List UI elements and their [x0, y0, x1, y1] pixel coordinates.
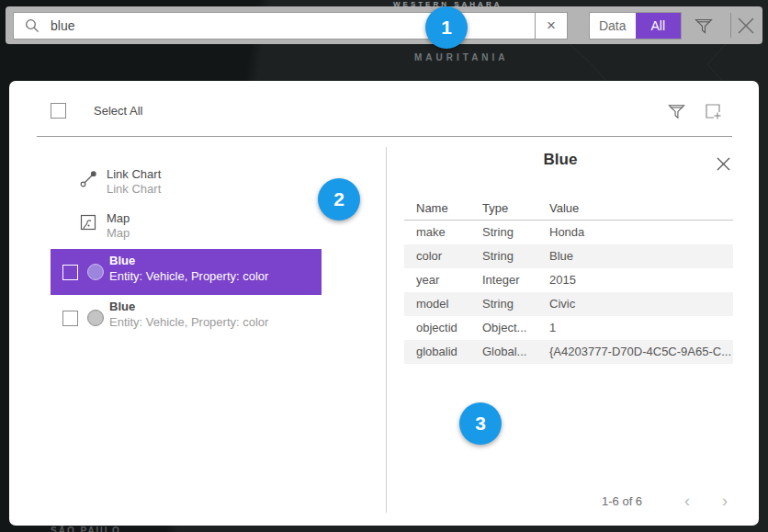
result-title: Blue [109, 300, 135, 313]
result-subtitle: Map [107, 226, 130, 240]
cell-value: 2015 [549, 268, 733, 292]
cell-type: String [482, 221, 549, 244]
close-search-button[interactable] [735, 16, 757, 36]
search-toolbar: × Data All [6, 6, 762, 44]
cell-value: Civic [549, 292, 733, 316]
pagination: 1-6 of 6 ‹ › [386, 492, 735, 511]
table-row: year Integer 2015 [404, 268, 733, 292]
search-icon [25, 18, 40, 33]
table-header-row: Name Type Value [404, 197, 733, 221]
result-checkbox[interactable] [62, 265, 78, 280]
table-row: model String Civic [404, 292, 733, 316]
column-header-type: Type [482, 197, 549, 220]
result-subtitle: Link Chart [107, 182, 161, 196]
panel-header-divider [37, 136, 732, 137]
entity-circle-icon [87, 310, 104, 326]
annotation-callout-2: 2 [318, 178, 360, 221]
annotation-callout-3: 3 [459, 402, 502, 445]
result-item-blue[interactable]: Blue Entity: Vehicle, Property: color [51, 295, 322, 341]
toggle-option-all[interactable]: All [636, 13, 682, 39]
pagination-prev-button[interactable]: ‹ [678, 492, 696, 511]
app-window: WESTERN SAHARA MAURITANIA São Paulo × Da… [0, 0, 768, 532]
cell-name: globalid [416, 340, 482, 364]
detail-table: Name Type Value make String Honda color … [404, 197, 733, 364]
table-row: globalid Global... {A4203777-D70D-4C5C-9… [404, 340, 733, 364]
close-icon [716, 156, 731, 172]
pagination-next-button[interactable]: › [716, 492, 734, 511]
select-all-label: Select All [94, 104, 142, 118]
map-label-sao-paulo: São Paulo [51, 526, 121, 532]
detail-close-button[interactable] [713, 153, 733, 174]
cell-name: year [416, 268, 482, 292]
cell-type: Object... [482, 316, 549, 340]
result-subtitle: Entity: Vehicle, Property: color [109, 315, 268, 329]
select-all-checkbox[interactable] [51, 103, 66, 119]
cell-value: Blue [549, 244, 733, 268]
table-row: objectid Object... 1 [404, 316, 733, 340]
panel-column-divider [386, 147, 387, 513]
filter-funnel-icon [668, 103, 685, 120]
clear-search-button[interactable]: × [536, 12, 568, 40]
column-header-name: Name [416, 197, 482, 220]
filter-button[interactable] [693, 16, 715, 36]
select-all-row: Select All [51, 103, 142, 119]
result-checkbox[interactable] [62, 311, 78, 326]
cell-name: make [416, 221, 482, 244]
table-row: make String Honda [404, 221, 733, 244]
toolbar-divider [730, 13, 731, 38]
add-to-selection-button[interactable] [702, 101, 724, 121]
result-item-blue-selected[interactable]: Blue Entity: Vehicle, Property: color [51, 249, 322, 295]
close-icon [736, 16, 756, 36]
search-results-panel: Select All Link [9, 81, 759, 526]
cell-name: model [416, 292, 482, 316]
table-row: color String Blue [404, 244, 733, 268]
detail-title: Blue [386, 151, 735, 169]
cell-value: Honda [549, 221, 733, 244]
annotation-callout-1: 1 [425, 6, 468, 49]
entity-circle-icon [87, 264, 104, 280]
link-chart-icon [80, 170, 97, 187]
cell-name: objectid [416, 316, 482, 340]
filter-funnel-icon [695, 17, 713, 35]
cell-name: color [416, 244, 482, 268]
results-filter-button[interactable] [665, 101, 687, 121]
cell-type: String [482, 244, 549, 268]
cell-type: Global... [482, 340, 549, 364]
scope-toggle: Data All [589, 12, 682, 40]
map-boundary-lines [0, 44, 768, 81]
result-title: Link Chart [107, 167, 161, 181]
cell-value: {A4203777-D70D-4C5C-9A65-C... [549, 340, 733, 364]
column-header-value: Value [549, 197, 733, 220]
cell-type: String [482, 292, 549, 316]
add-selection-icon [705, 103, 722, 120]
toggle-option-data[interactable]: Data [590, 13, 636, 39]
pagination-label: 1-6 of 6 [602, 494, 642, 508]
result-subtitle: Entity: Vehicle, Property: color [109, 269, 268, 283]
cell-type: Integer [482, 268, 549, 292]
cell-value: 1 [549, 316, 733, 340]
map-icon [80, 214, 96, 231]
result-title: Map [107, 211, 130, 225]
result-title: Blue [109, 254, 135, 267]
